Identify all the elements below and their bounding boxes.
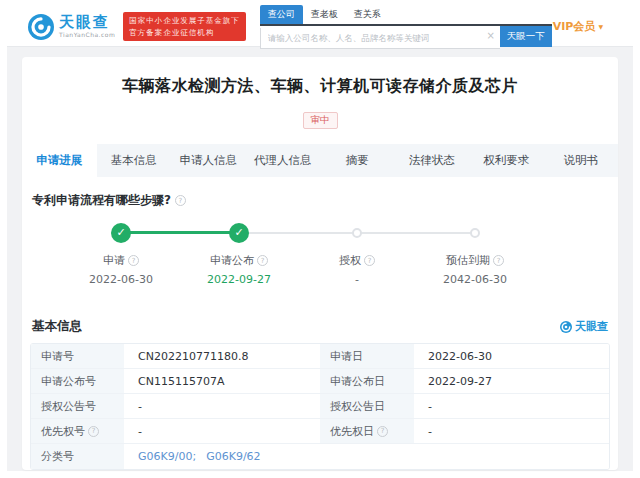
- tab-applicant-info[interactable]: 申请人信息: [171, 144, 246, 177]
- search-input[interactable]: [260, 28, 500, 49]
- table-row: 授权公告号 - 授权公告日 -: [31, 394, 609, 419]
- pending-dot-icon: [352, 228, 362, 238]
- tab-description[interactable]: 说明书: [544, 144, 619, 177]
- basic-info-title: 基本信息: [32, 318, 82, 335]
- basic-info-table: 申请号 CN202210771180.8 申请日 2022-06-30 申请公布…: [30, 343, 610, 470]
- tab-abstract[interactable]: 摘要: [320, 144, 395, 177]
- classification-values: G06K9/00; G06K9/62: [126, 444, 609, 469]
- eye-logo-icon: [560, 321, 572, 333]
- step-date: 2022-09-27: [207, 273, 271, 286]
- field-label: 申请号: [31, 344, 126, 368]
- table-row: 申请公布号 CN115115707A 申请公布日 2022-09-27: [31, 369, 609, 394]
- step-date: 2042-06-30: [443, 273, 507, 286]
- vip-member-menu[interactable]: VIP会员 ▼: [553, 19, 603, 34]
- field-label: 授权公告号: [31, 394, 126, 418]
- field-label: 申请公布号: [31, 369, 126, 393]
- field-value: -: [416, 419, 609, 443]
- check-icon: ✓: [229, 223, 249, 243]
- help-icon[interactable]: ?: [88, 426, 99, 437]
- basic-info-section: 基本信息 天眼查 申请号 CN202210771180.8 申请日 2022-0…: [22, 312, 618, 470]
- tab-agent-info[interactable]: 代理人信息: [246, 144, 321, 177]
- table-row: 分类号 G06K9/00; G06K9/62: [31, 444, 609, 469]
- field-value: 2022-09-27: [416, 369, 609, 393]
- help-icon[interactable]: ?: [364, 255, 375, 266]
- page-background: 天眼查 TianYanCha.com 国家中小企业发展子基金旗下 官方备案企业征…: [7, 7, 633, 471]
- field-value: 2022-06-30: [416, 344, 609, 368]
- classification-link[interactable]: G06K9/00;: [138, 450, 196, 463]
- tab-claims[interactable]: 权利要求: [469, 144, 544, 177]
- field-label: 优先权日 ?: [320, 419, 416, 443]
- progress-timeline: ✓ 申请? 2022-06-30 ✓ 申请公布? 2022-09-27 授权? …: [32, 222, 608, 310]
- field-label: 授权公告日: [320, 394, 416, 418]
- search-tab-relation[interactable]: 查关系: [346, 5, 389, 24]
- timeline-step-grant: 授权? -: [298, 222, 416, 286]
- step-date: -: [355, 273, 359, 286]
- table-row: 申请号 CN202210771180.8 申请日 2022-06-30: [31, 344, 609, 369]
- tianyancha-logo[interactable]: 天眼查 TianYanCha.com: [28, 14, 115, 40]
- detail-tabbar: 申请进展 基本信息 申请人信息 代理人信息 摘要 法律状态 权利要求 说明书: [22, 144, 618, 177]
- field-value: -: [126, 419, 320, 443]
- classification-link[interactable]: G06K9/62: [206, 450, 260, 463]
- field-label: 申请公布日: [320, 369, 416, 393]
- help-icon[interactable]: ?: [377, 426, 388, 437]
- gov-certification-badge: 国家中小企业发展子基金旗下 官方备案企业征信机构: [123, 12, 246, 41]
- brand-domain: TianYanCha.com: [59, 32, 115, 38]
- search-type-tabs: 查公司 查老板 查关系: [260, 5, 552, 26]
- eye-logo-icon: [28, 14, 54, 40]
- patent-detail-card: 车辆落水检测方法、车辆、计算机可读存储介质及芯片 审中 申请进展 基本信息 申请…: [22, 57, 618, 470]
- brand-name: 天眼查: [59, 15, 115, 30]
- field-label: 申请日: [320, 344, 416, 368]
- help-icon[interactable]: ?: [257, 255, 268, 266]
- help-icon[interactable]: ?: [175, 195, 186, 206]
- top-header: 天眼查 TianYanCha.com 国家中小企业发展子基金旗下 官方备案企业征…: [7, 7, 633, 47]
- tab-application-progress[interactable]: 申请进展: [22, 144, 97, 177]
- progress-question: 专利申请流程有哪些步骤? ?: [32, 192, 608, 209]
- timeline-step-apply: ✓ 申请? 2022-06-30: [62, 222, 180, 286]
- search-tab-company[interactable]: 查公司: [260, 5, 303, 24]
- field-value: CN115115707A: [126, 369, 320, 393]
- check-icon: ✓: [111, 223, 131, 243]
- tab-basic-info[interactable]: 基本信息: [97, 144, 172, 177]
- patent-title: 车辆落水检测方法、车辆、计算机可读存储介质及芯片: [22, 57, 618, 97]
- search-button[interactable]: 天眼一下: [500, 26, 552, 47]
- application-progress-section: 专利申请流程有哪些步骤? ? ✓ 申请? 2022-06-30 ✓ 申请公布? …: [22, 177, 618, 312]
- search-tab-boss[interactable]: 查老板: [303, 5, 346, 24]
- pending-dot-icon: [470, 228, 480, 238]
- field-label: 优先权号 ?: [31, 419, 126, 443]
- table-row: 优先权号 ? - 优先权日 ? -: [31, 419, 609, 444]
- chevron-down-icon: ▼: [598, 23, 603, 30]
- tab-legal-status[interactable]: 法律状态: [395, 144, 470, 177]
- field-value: -: [126, 394, 320, 418]
- clear-search-icon[interactable]: ×: [486, 30, 494, 41]
- help-icon[interactable]: ?: [493, 255, 504, 266]
- timeline-step-expiry: 预估到期? 2042-06-30: [416, 222, 534, 286]
- tianyancha-watermark: 天眼查: [560, 319, 608, 334]
- status-badge: 审中: [303, 112, 338, 129]
- field-value: -: [416, 394, 609, 418]
- timeline-step-publication: ✓ 申请公布? 2022-09-27: [180, 222, 298, 286]
- help-icon[interactable]: ?: [128, 255, 139, 266]
- step-date: 2022-06-30: [89, 273, 153, 286]
- field-label: 分类号: [31, 444, 126, 469]
- header-search: 查公司 查老板 查关系 × 天眼一下: [260, 5, 552, 49]
- field-value: CN202210771180.8: [126, 344, 320, 368]
